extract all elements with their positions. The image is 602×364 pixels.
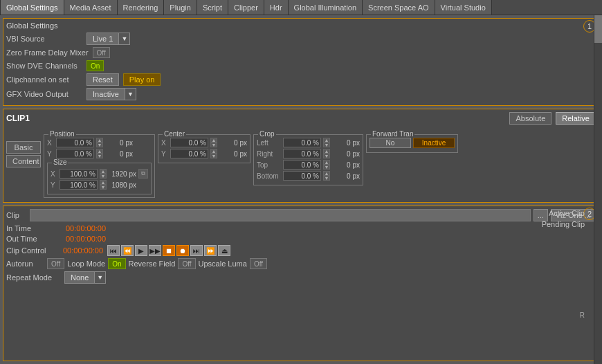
crop-right-up[interactable]: ▲ (323, 149, 330, 154)
clipchannel-label: Clipchannel on set (6, 75, 82, 84)
vbi-source-dropdown[interactable]: Live 1 ▼ (86, 33, 130, 45)
tab-media-asset[interactable]: Media Asset (64, 0, 118, 15)
position-y-down[interactable]: ▼ (96, 154, 103, 158)
crop-left-row: Left ▲ ▼ 0 px (257, 138, 360, 147)
section2: 2 Active Clip Pending Clip Clip ... Viz … (3, 206, 599, 361)
in-time-val: 00:00:00:00 (66, 224, 106, 233)
repeat-arrow: ▼ (94, 272, 105, 283)
position-x-spin[interactable]: ▲ ▼ (96, 138, 103, 147)
transport-rew[interactable]: ⏪ (121, 245, 134, 256)
zero-frame-row: Zero Frame Delay Mixer Off (6, 47, 596, 58)
play-on-button[interactable]: Play on (123, 73, 161, 86)
transport-slow[interactable]: ⏩ (204, 245, 217, 256)
position-x-up[interactable]: ▲ (96, 138, 103, 143)
tab-hdr[interactable]: Hdr (264, 0, 289, 15)
relative-button[interactable]: Relative (556, 112, 596, 125)
clip-input[interactable] (30, 209, 531, 221)
reverse-field-off[interactable]: Off (178, 258, 195, 269)
forward-inactive-button[interactable]: Inactive (413, 138, 455, 148)
clip-control-row: Clip Control 00:00:00:00 ⏮ ⏪ ▶ ▶▶ ⏹ ⏺ ⏭ … (6, 245, 596, 256)
crop-bottom-up[interactable]: ▲ (323, 171, 330, 176)
autorun-off[interactable]: Off (47, 258, 64, 269)
center-x-row: X ▲ ▼ 0 px (161, 138, 247, 147)
position-y-px: 0 px (105, 150, 133, 158)
size-x-px: 1920 px (109, 170, 136, 178)
zero-frame-toggle[interactable]: Off (93, 47, 110, 58)
crop-right-spin[interactable]: ▲ ▼ (323, 149, 330, 158)
size-y-down[interactable]: ▼ (100, 185, 107, 190)
center-y-input[interactable] (170, 149, 208, 158)
center-x-spin[interactable]: ▲ ▼ (210, 138, 217, 147)
crop-left-input[interactable] (283, 138, 321, 147)
transport-rec[interactable]: ⏺ (176, 245, 189, 256)
crop-bottom-label: Bottom (257, 172, 281, 180)
crop-right-down[interactable]: ▼ (323, 154, 330, 158)
crop-left-down[interactable]: ▼ (323, 143, 330, 147)
content-button[interactable]: Content (6, 155, 41, 167)
transport-ffwd[interactable]: ▶▶ (149, 245, 161, 256)
position-y-input[interactable] (56, 149, 94, 158)
center-y-up[interactable]: ▲ (210, 149, 217, 154)
tab-global-settings[interactable]: Global Settings (0, 0, 64, 15)
crop-bottom-down[interactable]: ▼ (323, 176, 330, 181)
size-group: Size X ▲ ▼ 1920 px ⧉ Y (47, 163, 152, 194)
center-y-px: 0 px (219, 150, 247, 158)
transport-play[interactable]: ▶ (135, 245, 147, 256)
forward-tran-group: Forward Tran No Inactive (366, 134, 458, 153)
tab-screen-space-ao[interactable]: Screen Space AO (363, 0, 435, 15)
tab-plugin[interactable]: Plugin (164, 0, 197, 15)
upscale-luma-off[interactable]: Off (250, 258, 267, 269)
size-x-input[interactable] (60, 169, 98, 179)
tab-clipper[interactable]: Clipper (228, 0, 264, 15)
center-x-up[interactable]: ▲ (210, 138, 217, 143)
size-link-btn[interactable]: ⧉ (138, 169, 148, 179)
crop-bottom-input[interactable] (283, 171, 321, 181)
size-title: Size (52, 158, 68, 166)
center-title: Center (163, 130, 186, 138)
position-x-input[interactable] (56, 138, 94, 147)
center-x-px: 0 px (219, 139, 247, 147)
repeat-dropdown[interactable]: None ▼ (64, 271, 106, 284)
position-y-up[interactable]: ▲ (96, 149, 103, 154)
size-y-input[interactable] (60, 180, 98, 190)
absolute-button[interactable]: Absolute (509, 112, 551, 125)
crop-top-down[interactable]: ▼ (323, 165, 330, 170)
transport-next[interactable]: ⏭ (190, 245, 203, 256)
main-content: 1 Global Settings VBI Source Live 1 ▼ Ze… (0, 15, 602, 364)
show-dve-toggle[interactable]: On (86, 60, 104, 71)
crop-title: Crop (258, 130, 276, 138)
crop-bottom-spin[interactable]: ▲ ▼ (323, 171, 330, 181)
transport-start[interactable]: ⏮ (107, 245, 120, 256)
size-x-spin[interactable]: ▲ ▼ (100, 169, 107, 179)
position-x-down[interactable]: ▼ (96, 143, 103, 147)
crop-top-input[interactable] (283, 160, 321, 170)
center-x-input[interactable] (170, 138, 208, 147)
crop-top-spin[interactable]: ▲ ▼ (323, 160, 330, 170)
position-y-spin[interactable]: ▲ ▼ (96, 149, 103, 158)
gfx-video-dropdown[interactable]: Inactive ▼ (86, 88, 136, 100)
center-x-down[interactable]: ▼ (210, 143, 217, 147)
basic-button[interactable]: Basic (6, 141, 41, 154)
section-global-settings: 1 Global Settings VBI Source Live 1 ▼ Ze… (3, 18, 599, 106)
transport-eject[interactable]: ⏏ (218, 245, 230, 256)
crop-top-up[interactable]: ▲ (323, 160, 330, 165)
size-y-spin[interactable]: ▲ ▼ (100, 180, 107, 190)
center-y-down[interactable]: ▼ (210, 154, 217, 158)
reset-button[interactable]: Reset (86, 73, 119, 86)
size-x-down[interactable]: ▼ (100, 174, 107, 179)
tab-virtual-studio[interactable]: Virtual Studio (435, 0, 492, 15)
main-scrollbar[interactable] (594, 15, 602, 364)
center-y-spin[interactable]: ▲ ▼ (210, 149, 217, 158)
center-y-row: Y ▲ ▼ 0 px (161, 149, 247, 158)
tab-global-illumination[interactable]: Global Illumination (289, 0, 363, 15)
size-y-up[interactable]: ▲ (100, 180, 107, 185)
transport-stop[interactable]: ⏹ (163, 245, 175, 256)
crop-left-up[interactable]: ▲ (323, 138, 330, 143)
loop-mode-on[interactable]: On (108, 258, 125, 269)
forward-no-button[interactable]: No (370, 138, 411, 148)
tab-script[interactable]: Script (197, 0, 228, 15)
crop-left-spin[interactable]: ▲ ▼ (323, 138, 330, 147)
tab-rendering[interactable]: Rendering (118, 0, 165, 15)
size-x-up[interactable]: ▲ (100, 169, 107, 174)
crop-right-input[interactable] (283, 149, 321, 158)
